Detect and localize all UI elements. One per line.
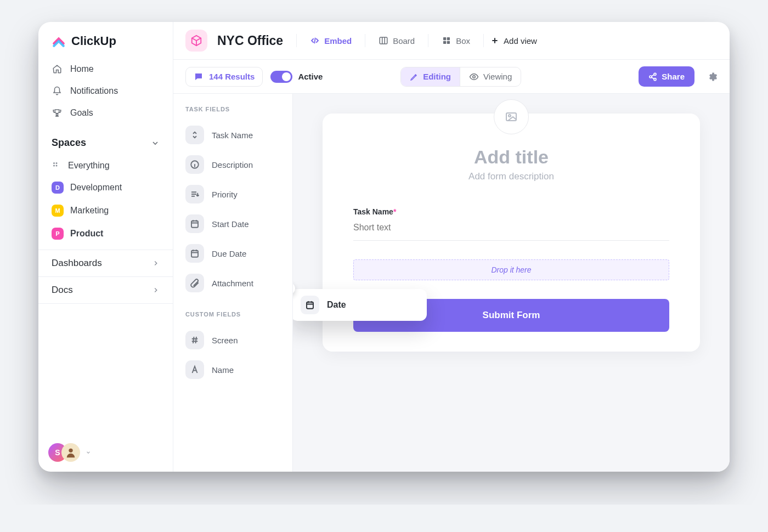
brand[interactable]: ClickUp: [38, 22, 173, 58]
dropzone-label: Drop it here: [491, 265, 531, 274]
nav-docs[interactable]: Docs: [38, 276, 173, 304]
separator: [428, 34, 428, 47]
sidebar: ClickUp Home Notifications Goals: [38, 22, 173, 472]
nav-home-label: Home: [70, 64, 94, 74]
toolbar: 144 Results Active Editing: [173, 60, 730, 94]
chevron-right-icon: [152, 259, 160, 267]
view-tabs: Embed Board Box: [296, 31, 537, 50]
svg-point-10: [473, 75, 476, 78]
clickup-logo-icon: [52, 34, 66, 48]
field-priority[interactable]: Priority: [183, 179, 285, 209]
nav-dashboards[interactable]: Dashboards: [38, 250, 173, 276]
plus-icon: [490, 36, 499, 45]
view-tab-box[interactable]: Box: [435, 31, 477, 50]
calendar-icon: [185, 214, 204, 233]
calendar-icon: [185, 244, 204, 263]
mode-editing[interactable]: Editing: [401, 67, 460, 86]
embed-icon: [310, 36, 320, 46]
space-marketing[interactable]: M Marketing: [44, 199, 167, 222]
box-grid-icon: [442, 36, 451, 46]
task-name-input[interactable]: [353, 216, 669, 241]
svg-rect-16: [191, 251, 198, 257]
avatar-group[interactable]: S: [48, 443, 80, 462]
svg-point-18: [509, 115, 511, 117]
main-area: NYC Office Embed Board: [173, 22, 730, 472]
label-text: Task Name: [353, 207, 393, 216]
space-product[interactable]: P Product: [44, 222, 167, 245]
content-body: TASK FIELDS Task Name Description: [173, 94, 730, 472]
active-label: Active: [298, 72, 323, 81]
dragged-field-chip[interactable]: Date: [293, 289, 427, 321]
required-asterisk: *: [393, 207, 396, 216]
cover-image-button[interactable]: [494, 99, 529, 134]
field-description[interactable]: Description: [183, 150, 285, 179]
custom-fields-heading: CUSTOM FIELDS: [183, 298, 285, 325]
field-start-date[interactable]: Start Date: [183, 209, 285, 239]
svg-point-11: [654, 73, 656, 75]
spaces-header[interactable]: Spaces: [38, 128, 173, 155]
active-toggle[interactable]: [270, 71, 292, 83]
space-label: Everything: [68, 161, 110, 171]
spaces-header-label: Spaces: [52, 137, 86, 149]
field-screen[interactable]: Screen: [183, 325, 285, 355]
field-attachment[interactable]: Attachment: [183, 268, 285, 298]
mode-viewing-label: Viewing: [483, 72, 512, 81]
add-view-button[interactable]: Add view: [490, 36, 537, 46]
results-count: 144 Results: [209, 72, 255, 81]
space-everything[interactable]: Everything: [44, 155, 167, 176]
view-tab-board[interactable]: Board: [372, 31, 421, 50]
separator: [296, 34, 297, 47]
image-icon: [505, 110, 518, 123]
view-tab-label: Embed: [324, 36, 352, 46]
calendar-icon: [301, 296, 319, 314]
form-canvas: Add title Add form description Task Name…: [293, 94, 730, 472]
nav-dashboards-label: Dashboards: [52, 258, 102, 269]
view-tab-embed[interactable]: Embed: [303, 31, 358, 50]
field-due-date[interactable]: Due Date: [183, 239, 285, 268]
caret-down-icon[interactable]: [86, 450, 91, 455]
form-subtitle-placeholder[interactable]: Add form description: [353, 171, 669, 195]
svg-point-13: [654, 78, 656, 80]
list-icon-chip[interactable]: [185, 30, 207, 52]
nav-goals[interactable]: Goals: [44, 102, 167, 124]
svg-rect-8: [443, 41, 446, 44]
home-icon: [52, 64, 63, 75]
svg-point-2: [53, 165, 55, 167]
sort-icon: [185, 126, 204, 144]
hash-icon: [185, 331, 204, 349]
mode-segmented: Editing Viewing: [400, 67, 521, 87]
share-icon: [648, 72, 657, 81]
mode-viewing[interactable]: Viewing: [460, 67, 521, 86]
space-badge: M: [52, 205, 64, 217]
eye-icon: [469, 72, 479, 82]
nav-notifications-label: Notifications: [70, 86, 118, 96]
sidebar-footer: S: [38, 433, 173, 472]
add-view-label: Add view: [504, 36, 537, 46]
field-label: Start Date: [212, 219, 249, 229]
pencil-icon: [410, 72, 419, 81]
separator: [365, 34, 365, 47]
space-label: Product: [70, 229, 103, 239]
settings-button[interactable]: [707, 71, 718, 82]
space-development[interactable]: D Development: [44, 176, 167, 199]
nav-notifications[interactable]: Notifications: [44, 80, 167, 102]
mode-editing-label: Editing: [423, 72, 451, 81]
primary-nav: Home Notifications Goals: [38, 58, 173, 128]
space-label: Marketing: [70, 206, 109, 216]
submit-label: Submit Form: [483, 310, 540, 320]
field-task-name[interactable]: Task Name: [183, 120, 285, 150]
chevron-right-icon: [152, 286, 160, 294]
board-icon: [379, 36, 388, 46]
field-label: Task Name: [212, 131, 253, 140]
results-chip[interactable]: 144 Results: [185, 67, 263, 87]
nav-home[interactable]: Home: [44, 58, 167, 80]
letter-a-icon: [185, 360, 204, 379]
field-label: Due Date: [212, 249, 246, 258]
form-title-placeholder[interactable]: Add title: [353, 143, 669, 171]
dropzone[interactable]: Drop it here: [353, 259, 669, 280]
field-name[interactable]: Name: [183, 355, 285, 384]
nav-goals-label: Goals: [70, 108, 93, 118]
share-button[interactable]: Share: [639, 66, 694, 87]
task-fields-heading: TASK FIELDS: [183, 104, 285, 120]
svg-point-3: [56, 165, 58, 167]
